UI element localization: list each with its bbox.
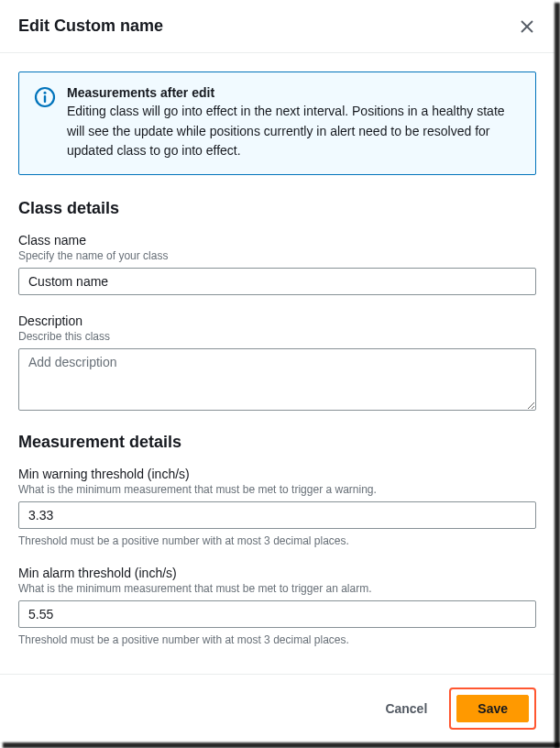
shadow-decoration	[555, 3, 560, 748]
min-warning-constraint: Threshold must be a positive number with…	[18, 534, 536, 547]
svg-rect-4	[44, 95, 46, 103]
svg-point-3	[44, 92, 47, 94]
info-icon	[34, 86, 56, 108]
measurement-details-heading: Measurement details	[18, 433, 536, 452]
cancel-button[interactable]: Cancel	[372, 694, 440, 723]
description-label: Description	[18, 314, 536, 328]
min-warning-field-group: Min warning threshold (inch/s) What is t…	[18, 467, 536, 547]
save-button[interactable]: Save	[456, 695, 529, 722]
info-text: Measurements after edit Editing class wi…	[67, 85, 521, 161]
class-details-heading: Class details	[18, 199, 536, 218]
shadow-decoration	[3, 742, 560, 748]
edit-class-modal: Edit Custom name Measurements after edit…	[0, 0, 555, 742]
min-alarm-constraint: Threshold must be a positive number with…	[18, 633, 536, 646]
description-input[interactable]	[18, 348, 536, 411]
class-name-input[interactable]	[18, 268, 536, 295]
description-field-group: Description Describe this class	[18, 314, 536, 414]
close-button[interactable]	[518, 17, 536, 36]
class-name-field-group: Class name Specify the name of your clas…	[18, 233, 536, 295]
class-name-label: Class name	[18, 233, 536, 248]
modal-body: Measurements after edit Editing class wi…	[0, 53, 555, 674]
min-alarm-label: Min alarm threshold (inch/s)	[18, 566, 536, 580]
min-alarm-field-group: Min alarm threshold (inch/s) What is the…	[18, 566, 536, 646]
modal-footer: Cancel Save	[0, 674, 555, 742]
close-icon	[521, 20, 533, 33]
info-alert: Measurements after edit Editing class wi…	[18, 72, 536, 175]
min-warning-label: Min warning threshold (inch/s)	[18, 467, 536, 481]
modal-header: Edit Custom name	[0, 0, 555, 53]
info-description: Editing class will go into effect in the…	[67, 102, 521, 161]
modal-title: Edit Custom name	[18, 16, 163, 36]
class-name-hint: Specify the name of your class	[18, 249, 536, 262]
min-warning-input[interactable]	[18, 501, 536, 529]
min-alarm-input[interactable]	[18, 600, 536, 628]
save-button-highlight: Save	[449, 688, 536, 730]
description-hint: Describe this class	[18, 330, 536, 343]
info-title: Measurements after edit	[67, 85, 521, 100]
min-alarm-hint: What is the minimum measurement that mus…	[18, 582, 536, 595]
min-warning-hint: What is the minimum measurement that mus…	[18, 483, 536, 496]
